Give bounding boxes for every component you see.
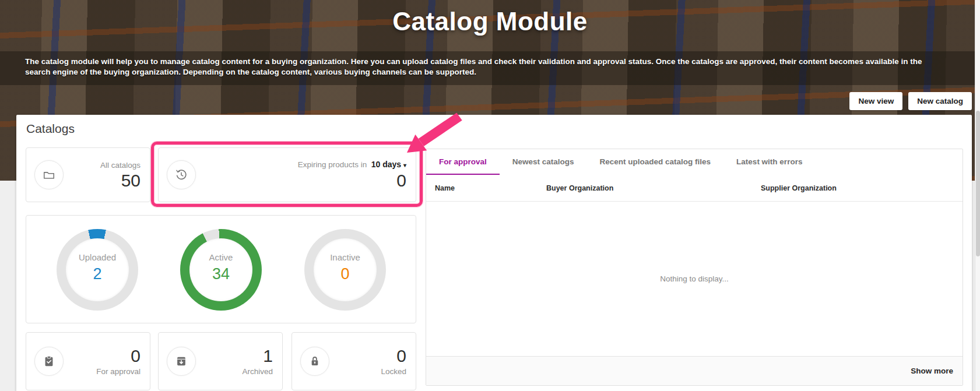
column-header-supplier-organization: Supplier Organization <box>761 184 963 192</box>
expiring-range-dropdown[interactable]: 10 days ▾ <box>371 160 406 169</box>
tab-for-approval[interactable]: For approval <box>426 149 500 175</box>
archived-value: 1 <box>242 346 273 366</box>
for-approval-label: For approval <box>96 366 140 377</box>
history-icon <box>167 160 196 189</box>
inactive-value: 0 <box>304 264 386 284</box>
chevron-down-icon: ▾ <box>403 162 406 168</box>
catalog-list-panel: For approval Newest catalogs Recent uplo… <box>426 149 963 386</box>
catalogs-panel: Catalogs All catalogs 50 Expiring produc… <box>16 115 972 391</box>
locked-value: 0 <box>381 346 406 366</box>
table-footer: Show more <box>426 356 963 385</box>
inactive-label: Inactive <box>304 252 386 262</box>
catalog-tabs: For approval Newest catalogs Recent uplo… <box>426 149 963 175</box>
status-donuts-card: Uploaded 2 Active 34 Inactive 0 <box>26 215 416 323</box>
lock-icon <box>300 347 329 376</box>
active-label: Active <box>180 252 262 262</box>
tab-latest-with-errors[interactable]: Latest with errors <box>723 149 815 175</box>
active-donut-chart[interactable]: Active 34 <box>180 229 262 311</box>
all-catalogs-label: All catalogs <box>100 160 140 171</box>
locked-card[interactable]: 0 Locked <box>291 332 416 390</box>
uploaded-value: 2 <box>57 264 138 284</box>
show-more-button[interactable]: Show more <box>901 357 963 385</box>
inactive-donut-chart[interactable]: Inactive 0 <box>304 229 386 311</box>
clipboard-check-icon <box>34 347 64 376</box>
folder-icon <box>34 160 64 189</box>
for-approval-value: 0 <box>96 346 140 366</box>
catalogs-heading: Catalogs <box>26 122 75 136</box>
hero-description: The catalog module will help you to mana… <box>25 57 929 78</box>
column-header-name: Name <box>426 184 546 192</box>
table-header-row: Name Buyer Organization Supplier Organiz… <box>426 175 963 202</box>
all-catalogs-card[interactable]: All catalogs 50 <box>26 147 150 202</box>
new-view-button[interactable]: New view <box>849 92 902 110</box>
expiring-value: 0 <box>298 171 406 191</box>
expiring-label: Expiring products in <box>298 160 367 169</box>
empty-state-text: Nothing to display... <box>660 274 729 283</box>
for-approval-card[interactable]: 0 For approval <box>26 332 150 390</box>
scrollbar-thumb[interactable] <box>976 111 980 256</box>
new-catalog-button[interactable]: New catalog <box>908 92 972 110</box>
page-title: Catalog Module <box>0 7 980 36</box>
archive-icon <box>167 347 196 376</box>
archived-label: Archived <box>242 366 273 377</box>
expiring-products-card[interactable]: Expiring products in 10 days ▾ 0 <box>158 147 416 202</box>
column-header-buyer-organization: Buyer Organization <box>546 184 761 192</box>
hero-actions: New view New catalog <box>849 92 972 110</box>
table-body: Nothing to display... <box>426 202 963 356</box>
active-value: 34 <box>180 264 262 284</box>
tab-recent-uploaded-catalog-files[interactable]: Recent uploaded catalog files <box>587 149 724 175</box>
uploaded-donut-chart[interactable]: Uploaded 2 <box>57 229 138 311</box>
page-scrollbar[interactable] <box>975 0 980 391</box>
locked-label: Locked <box>381 366 406 377</box>
tab-newest-catalogs[interactable]: Newest catalogs <box>500 149 587 175</box>
uploaded-label: Uploaded <box>57 252 138 262</box>
all-catalogs-value: 50 <box>100 171 140 191</box>
archived-card[interactable]: 1 Archived <box>158 332 283 390</box>
